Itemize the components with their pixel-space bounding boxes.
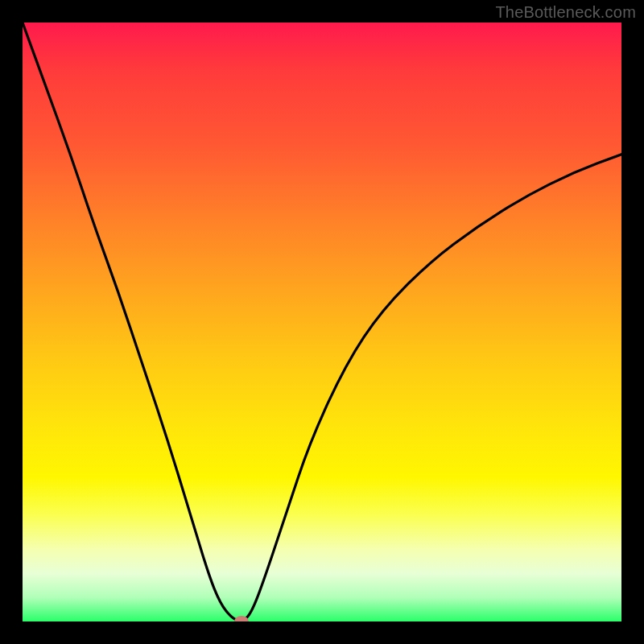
minimum-marker-icon	[234, 616, 249, 621]
chart-frame: TheBottleneck.com	[0, 0, 644, 644]
watermark-label: TheBottleneck.com	[495, 3, 636, 22]
curve-svg	[23, 23, 621, 621]
plot-area	[23, 23, 621, 621]
bottleneck-curve	[23, 23, 621, 621]
